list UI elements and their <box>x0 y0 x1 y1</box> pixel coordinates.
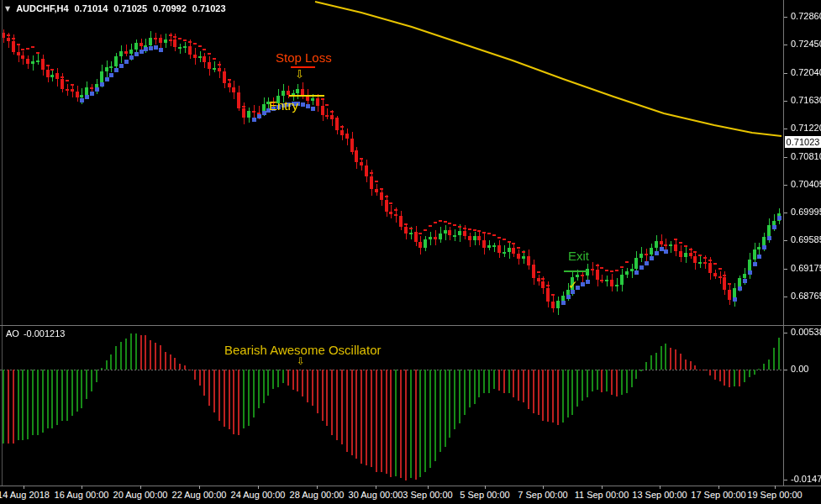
stop-loss-arrow-icon[interactable]: ⇩ <box>295 68 304 81</box>
awesome-oscillator-canvas[interactable] <box>0 326 783 486</box>
chart-left-border <box>2 0 3 486</box>
time-axis-tick <box>660 486 660 489</box>
time-scale[interactable]: 14 Aug 201816 Aug 00:0020 Aug 00:0022 Au… <box>0 486 821 504</box>
price-axis-label: 0.69995 <box>791 207 821 217</box>
time-axis-tick <box>24 486 24 489</box>
exit-checkmark-icon[interactable]: ✓ <box>568 278 578 291</box>
price-scale[interactable]: 0.728600.724500.720400.716300.712200.708… <box>784 0 821 486</box>
price-axis-tick <box>784 17 787 18</box>
price-axis-label: 0.72040 <box>791 67 821 77</box>
time-axis-tick <box>428 486 429 489</box>
ao-axis-label: 0.005387 <box>791 327 821 337</box>
entry-price-line[interactable] <box>289 95 324 97</box>
ohlc-close: 0.71023 <box>192 3 226 13</box>
time-axis-tick <box>775 486 776 489</box>
time-axis-label: 3 Sep 00:00 <box>403 490 452 500</box>
price-axis-tick <box>784 297 787 297</box>
price-axis-label: 0.72450 <box>791 39 821 49</box>
ao-axis-tick <box>784 333 787 333</box>
price-axis-label: 0.70405 <box>791 179 821 189</box>
time-axis-tick <box>258 486 259 489</box>
price-axis-label: 0.69175 <box>791 263 821 273</box>
time-axis-tick <box>376 486 376 489</box>
time-axis-label: 11 Sep 00:00 <box>575 490 629 500</box>
price-axis-tick <box>784 129 787 129</box>
price-axis-tick <box>784 269 787 270</box>
price-axis-tick <box>784 73 787 74</box>
price-axis-tick <box>784 157 787 158</box>
time-axis-label: 14 Aug 2018 <box>0 490 50 500</box>
time-axis-label: 28 Aug 00:00 <box>290 490 345 500</box>
entry-label[interactable]: Entry <box>269 98 298 113</box>
ao-axis-tick <box>784 480 787 480</box>
time-axis-label: 20 Aug 00:00 <box>113 490 168 500</box>
ohlc-low: 0.70992 <box>153 3 187 13</box>
time-axis-tick <box>602 486 603 489</box>
ao-axis-label: -0.014721 <box>791 474 821 484</box>
time-axis-tick <box>317 486 318 489</box>
exit-price-line[interactable] <box>564 270 587 272</box>
time-axis-label: 22 Aug 00:00 <box>172 490 227 500</box>
symbol-dropdown-icon[interactable]: ▼ <box>5 5 10 13</box>
ao-indicator-name: AO <box>6 328 19 339</box>
ao-indicator-value: -0.001213 <box>24 328 66 339</box>
price-axis-tick <box>784 101 787 102</box>
time-axis-label: 5 Sep 00:00 <box>460 490 509 500</box>
price-axis-label: 0.68765 <box>791 291 821 301</box>
current-price-badge: 0.71023 <box>785 136 821 148</box>
price-axis-label: 0.70810 <box>791 151 821 161</box>
chart-window: ▼ AUDCHF,H4 0.71014 0.71025 0.70992 0.71… <box>0 0 821 504</box>
bearish-ao-arrow-icon[interactable]: ⇩ <box>297 355 305 367</box>
symbol-period-label: AUDCHF,H4 <box>16 3 68 13</box>
panel-separator <box>0 325 821 326</box>
ohlc-high: 0.71025 <box>113 3 147 13</box>
price-axis-tick <box>784 240 787 241</box>
price-axis-label: 0.71220 <box>791 123 821 133</box>
time-axis-label: 16 Aug 00:00 <box>55 490 109 500</box>
price-axis-label: 0.72860 <box>791 11 821 21</box>
time-axis-tick <box>485 486 486 489</box>
ao-axis-tick <box>784 370 787 370</box>
ao-indicator-header: AO -0.001213 <box>6 328 65 339</box>
time-axis-label: 13 Sep 00:00 <box>632 490 687 500</box>
price-axis-label: 0.71630 <box>791 95 821 105</box>
ao-axis-label: 0.00 <box>791 364 808 374</box>
time-axis-tick <box>543 486 544 489</box>
price-chart-canvas[interactable] <box>0 0 783 325</box>
time-axis-label: 19 Sep 00:00 <box>747 490 802 500</box>
time-axis-tick <box>718 486 719 489</box>
time-axis-label: 7 Sep 00:00 <box>518 490 567 500</box>
price-axis-label: 0.69585 <box>791 234 821 244</box>
price-axis-tick <box>784 45 787 45</box>
time-axis-tick <box>199 486 200 489</box>
ohlc-open: 0.71014 <box>75 3 108 13</box>
time-axis-tick <box>82 486 82 489</box>
time-axis-label: 24 Aug 00:00 <box>231 490 286 500</box>
time-axis-tick <box>140 486 141 489</box>
chart-header: ▼ AUDCHF,H4 0.71014 0.71025 0.70992 0.71… <box>5 3 226 13</box>
stop-loss-label[interactable]: Stop Loss <box>276 50 332 65</box>
price-axis-tick <box>784 213 787 213</box>
exit-label[interactable]: Exit <box>568 249 589 263</box>
price-axis-tick <box>784 185 787 186</box>
time-axis-label: 30 Aug 00:00 <box>349 490 403 500</box>
time-axis-label: 17 Sep 00:00 <box>691 490 745 500</box>
